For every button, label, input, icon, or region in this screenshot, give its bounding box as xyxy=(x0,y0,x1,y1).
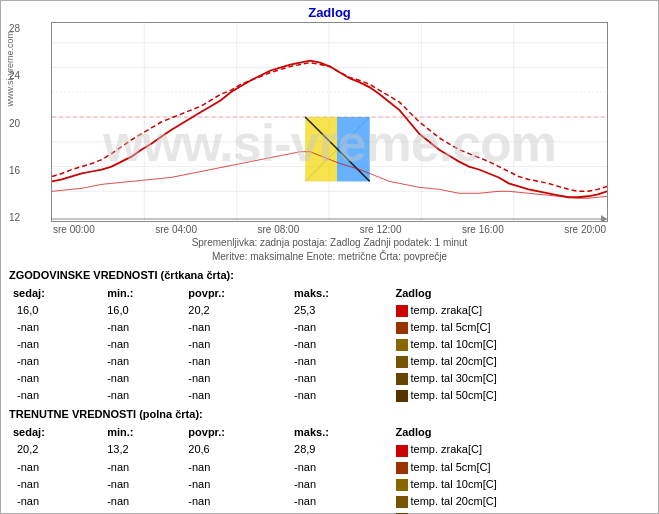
cell-min: -nan xyxy=(103,353,184,370)
cell-povpr: -nan xyxy=(184,353,290,370)
table-row: -nan-nan-nan-nantemp. tal 30cm[C] xyxy=(9,370,650,387)
cell-sedaj: -nan xyxy=(9,476,103,493)
color-indicator xyxy=(396,462,408,474)
measurement-label: temp. tal 10cm[C] xyxy=(411,478,497,490)
historic-table: sedaj: min.: povpr.: maks.: Zadlog 16,01… xyxy=(9,285,650,404)
cell-maks: -nan xyxy=(290,336,391,353)
color-indicator xyxy=(396,339,408,351)
cell-maks: -nan xyxy=(290,510,391,514)
cell-label: temp. tal 30cm[C] xyxy=(392,510,651,514)
cell-label: temp. tal 30cm[C] xyxy=(392,370,651,387)
cell-label: temp. tal 20cm[C] xyxy=(392,353,651,370)
cell-maks: -nan xyxy=(290,476,391,493)
cell-povpr: -nan xyxy=(184,510,290,514)
data-section: ZGODOVINSKE VREDNOSTI (črtkana črta): se… xyxy=(1,261,658,514)
cell-povpr: -nan xyxy=(184,370,290,387)
color-indicator xyxy=(396,373,408,385)
col-min-c: min.: xyxy=(103,424,184,441)
cell-min: 13,2 xyxy=(103,441,184,458)
cell-povpr: -nan xyxy=(184,319,290,336)
x-axis-labels: sre 00:00 sre 04:00 sre 08:00 sre 12:00 … xyxy=(51,224,608,235)
measurement-label: temp. tal 50cm[C] xyxy=(411,389,497,401)
color-indicator xyxy=(396,479,408,491)
main-container: Zadlog 28 24 20 16 12 www.si-vreme.com w… xyxy=(0,0,659,514)
current-header: TRENUTNE VREDNOSTI (polna črta): xyxy=(9,406,650,423)
cell-label: temp. tal 50cm[C] xyxy=(392,387,651,404)
cell-label: temp. tal 20cm[C] xyxy=(392,493,651,510)
chart-meta: Spremenljivka: zadnja postaja: Zadlog Za… xyxy=(1,235,658,265)
table-row: -nan-nan-nan-nantemp. tal 5cm[C] xyxy=(9,319,650,336)
cell-sedaj: -nan xyxy=(9,370,103,387)
cell-min: -nan xyxy=(103,387,184,404)
cell-maks: -nan xyxy=(290,387,391,404)
table-row: -nan-nan-nan-nantemp. tal 30cm[C] xyxy=(9,510,650,514)
cell-label: temp. zraka[C] xyxy=(392,302,651,319)
table-row: -nan-nan-nan-nantemp. tal 5cm[C] xyxy=(9,459,650,476)
col-maks-c: maks.: xyxy=(290,424,391,441)
cell-min: -nan xyxy=(103,370,184,387)
current-table: sedaj: min.: povpr.: maks.: Zadlog 20,21… xyxy=(9,424,650,514)
cell-min: 16,0 xyxy=(103,302,184,319)
chart-meta-line2: Meritve: maksimalne Enote: metrične Črta… xyxy=(1,250,658,264)
color-indicator xyxy=(396,322,408,334)
table-row: -nan-nan-nan-nantemp. tal 20cm[C] xyxy=(9,353,650,370)
cell-povpr: -nan xyxy=(184,476,290,493)
svg-marker-19 xyxy=(601,215,607,221)
cell-maks: -nan xyxy=(290,459,391,476)
color-indicator xyxy=(396,305,408,317)
col-zadlog-h: Zadlog xyxy=(392,285,651,302)
chart-title: Zadlog xyxy=(1,1,658,20)
cell-label: temp. tal 10cm[C] xyxy=(392,476,651,493)
logo-watermark: www.si-vreme.com xyxy=(5,31,15,107)
cell-maks: -nan xyxy=(290,319,391,336)
cell-sedaj: 16,0 xyxy=(9,302,103,319)
color-indicator xyxy=(396,496,408,508)
cell-min: -nan xyxy=(103,336,184,353)
measurement-label: temp. zraka[C] xyxy=(411,304,483,316)
cell-maks: -nan xyxy=(290,353,391,370)
color-indicator xyxy=(396,390,408,402)
col-maks-h: maks.: xyxy=(290,285,391,302)
cell-label: temp. tal 5cm[C] xyxy=(392,459,651,476)
table-row: -nan-nan-nan-nantemp. tal 20cm[C] xyxy=(9,493,650,510)
measurement-label: temp. tal 30cm[C] xyxy=(411,372,497,384)
measurement-label: temp. tal 20cm[C] xyxy=(411,495,497,507)
cell-sedaj: -nan xyxy=(9,353,103,370)
chart-area: Zadlog 28 24 20 16 12 www.si-vreme.com w… xyxy=(1,1,658,261)
cell-maks: -nan xyxy=(290,370,391,387)
col-povpr-c: povpr.: xyxy=(184,424,290,441)
cell-sedaj: -nan xyxy=(9,387,103,404)
table-row: -nan-nan-nan-nantemp. tal 50cm[C] xyxy=(9,387,650,404)
table-row: 16,016,020,225,3temp. zraka[C] xyxy=(9,302,650,319)
cell-label: temp. tal 10cm[C] xyxy=(392,336,651,353)
cell-sedaj: 20,2 xyxy=(9,441,103,458)
measurement-label: temp. tal 5cm[C] xyxy=(411,461,491,473)
color-indicator xyxy=(396,445,408,457)
table-row: -nan-nan-nan-nantemp. tal 10cm[C] xyxy=(9,336,650,353)
cell-povpr: -nan xyxy=(184,493,290,510)
measurement-label: temp. tal 5cm[C] xyxy=(411,321,491,333)
col-sedaj-h: sedaj: xyxy=(9,285,103,302)
cell-maks: 25,3 xyxy=(290,302,391,319)
cell-min: -nan xyxy=(103,319,184,336)
cell-min: -nan xyxy=(103,459,184,476)
cell-label: temp. zraka[C] xyxy=(392,441,651,458)
cell-sedaj: -nan xyxy=(9,319,103,336)
cell-maks: 28,9 xyxy=(290,441,391,458)
cell-sedaj: -nan xyxy=(9,336,103,353)
cell-povpr: 20,2 xyxy=(184,302,290,319)
measurement-label: temp. zraka[C] xyxy=(411,443,483,455)
col-povpr-h: povpr.: xyxy=(184,285,290,302)
cell-label: temp. tal 5cm[C] xyxy=(392,319,651,336)
col-zadlog-c: Zadlog xyxy=(392,424,651,441)
cell-min: -nan xyxy=(103,510,184,514)
cell-min: -nan xyxy=(103,493,184,510)
cell-povpr: -nan xyxy=(184,387,290,404)
chart-canvas: www.si-vreme.com xyxy=(51,22,608,222)
col-sedaj-c: sedaj: xyxy=(9,424,103,441)
chart-svg xyxy=(52,23,607,221)
measurement-label: temp. tal 20cm[C] xyxy=(411,355,497,367)
measurement-label: temp. tal 10cm[C] xyxy=(411,338,497,350)
cell-sedaj: -nan xyxy=(9,493,103,510)
col-min-h: min.: xyxy=(103,285,184,302)
